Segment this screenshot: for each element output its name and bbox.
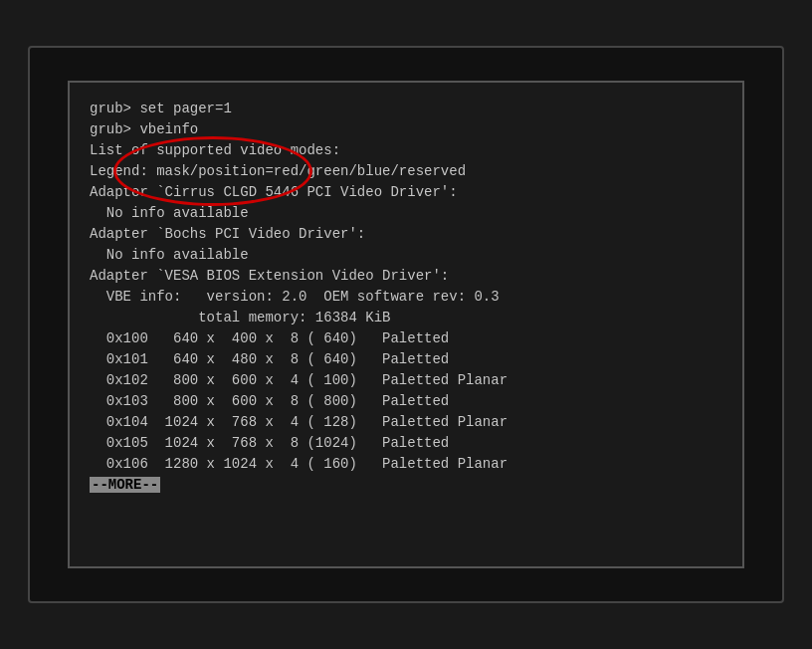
output-adapter2: Adapter `Bochs PCI Video Driver':	[90, 224, 722, 245]
output-mode-0x102: 0x102 800 x 600 x 4 ( 100) Paletted Plan…	[90, 370, 722, 391]
command-line-1: grub> set pager=1	[90, 99, 722, 119]
output-list-header: List of supported video modes:	[90, 140, 722, 161]
output-adapter1-info: No info available	[90, 203, 722, 224]
output-mode-0x101: 0x101 640 x 480 x 8 ( 640) Paletted	[90, 349, 722, 370]
more-prompt-line[interactable]: --MORE--	[90, 475, 722, 496]
terminal-window: grub> set pager=1 grub> vbeinfo List of …	[68, 81, 744, 568]
output-mode-0x103: 0x103 800 x 600 x 8 ( 800) Paletted	[90, 391, 722, 412]
output-adapter2-info: No info available	[90, 245, 722, 266]
more-prompt-text[interactable]: --MORE--	[90, 477, 160, 493]
output-adapter1: Adapter `Cirrus CLGD 5446 PCI Video Driv…	[90, 182, 722, 203]
command-line-2: grub> vbeinfo	[90, 119, 722, 140]
output-vbe-mem: total memory: 16384 KiB	[90, 308, 722, 328]
output-mode-0x106: 0x106 1280 x 1024 x 4 ( 160) Paletted Pl…	[90, 454, 722, 475]
output-mode-0x105: 0x105 1024 x 768 x 8 (1024) Paletted	[90, 433, 722, 454]
output-adapter3: Adapter `VESA BIOS Extension Video Drive…	[90, 266, 722, 287]
output-legend: Legend: mask/position=red/green/blue/res…	[90, 161, 722, 182]
output-mode-0x104: 0x104 1024 x 768 x 4 ( 128) Paletted Pla…	[90, 412, 722, 433]
output-vbe-info: VBE info: version: 2.0 OEM software rev:…	[90, 287, 722, 308]
outer-wrapper: grub> set pager=1 grub> vbeinfo List of …	[28, 46, 784, 603]
output-mode-0x100: 0x100 640 x 400 x 8 ( 640) Paletted	[90, 328, 722, 349]
